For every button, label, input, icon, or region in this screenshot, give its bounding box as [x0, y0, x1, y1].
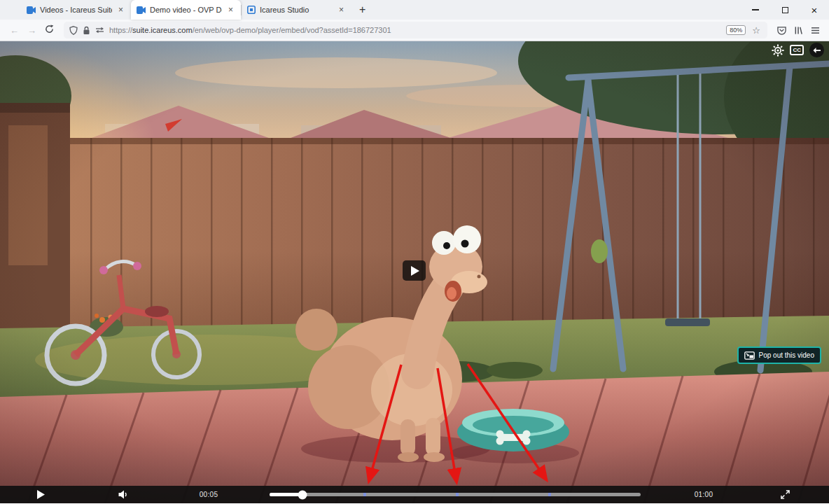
minimize-button[interactable] [741, 0, 770, 20]
url-path: /en/web/ovp-demo/player/embed/vod?assetI… [193, 26, 391, 34]
gear-icon [772, 44, 784, 57]
new-tab-button[interactable]: + [351, 0, 373, 20]
url-text: https://suite.icareus.com/en/web/ovp-dem… [109, 26, 721, 34]
studio-favicon-icon [247, 6, 256, 14]
current-time: 00:05 [195, 486, 223, 503]
video-favicon-icon [137, 6, 146, 14]
fullscreen-icon [781, 490, 790, 499]
popout-video-button[interactable]: Pop out this video [737, 346, 822, 364]
speaker-icon [118, 490, 129, 499]
player-back-button[interactable] [809, 43, 824, 57]
tab-bar: Videos - Icareus Suite × Demo video - OV… [0, 0, 829, 20]
play-icon [411, 266, 419, 276]
pocket-icon [777, 26, 786, 35]
video-favicon-icon [27, 6, 36, 14]
zoom-level-badge[interactable]: 80% [726, 25, 746, 35]
play-button[interactable] [35, 486, 46, 503]
big-play-button[interactable] [403, 260, 426, 281]
progress-handle[interactable] [298, 490, 307, 499]
window-controls: × [741, 0, 829, 20]
tab-title: Videos - Icareus Suite [40, 6, 112, 14]
shield-icon [69, 26, 78, 35]
video-player-viewport: CC Pop out this video 00:05 [0, 41, 829, 503]
player-control-bar: 00:05 01:00 [0, 486, 829, 503]
url-scheme: https:// [109, 26, 132, 34]
permissions-swap-icon [95, 27, 104, 34]
address-bar: ← → https://suite.icareus.com/en/web/ovp… [0, 20, 829, 41]
progress-marker-3 [548, 493, 551, 496]
progress-track[interactable] [270, 493, 641, 496]
pocket-button[interactable] [773, 26, 790, 35]
reload-button[interactable] [41, 24, 58, 36]
closed-captions-button[interactable]: CC [790, 45, 804, 55]
tab-close-icon[interactable]: × [337, 6, 346, 14]
menu-button[interactable] [807, 27, 823, 34]
back-button[interactable]: ← [6, 25, 23, 36]
tab-title: Icareus Studio [260, 6, 333, 14]
lock-icon [83, 26, 90, 35]
picture-in-picture-icon [744, 351, 755, 360]
url-field[interactable]: https://suite.icareus.com/en/web/ovp-dem… [64, 22, 767, 38]
minimize-icon [752, 9, 759, 10]
library-button[interactable] [790, 26, 807, 35]
popout-label: Pop out this video [759, 351, 815, 359]
maximize-button[interactable] [770, 0, 800, 20]
progress-bar[interactable] [270, 486, 641, 503]
tab-demo-video-ovp-demo[interactable]: Demo video - OVP Demo × [131, 0, 241, 20]
library-icon [794, 26, 803, 35]
reload-icon [45, 24, 54, 34]
duration-time: 01:00 [690, 486, 718, 503]
url-domain: suite.icareus.com [132, 26, 193, 34]
player-top-controls: CC [772, 43, 824, 57]
progress-marker-1 [363, 493, 366, 496]
fullscreen-button[interactable] [779, 486, 791, 503]
tab-title: Demo video - OVP Demo [150, 6, 222, 14]
window-close-button[interactable]: × [800, 0, 829, 20]
settings-button[interactable] [772, 44, 784, 57]
progress-marker-2 [456, 493, 459, 496]
forward-button[interactable]: → [23, 25, 41, 36]
tab-icareus-studio[interactable]: Icareus Studio × [242, 0, 351, 20]
play-icon [37, 490, 45, 499]
back-arrow-icon [813, 47, 821, 54]
tab-close-icon[interactable]: × [226, 6, 235, 14]
bookmark-star-icon[interactable]: ☆ [751, 25, 762, 36]
tab-videos-icareus-suite[interactable]: Videos - Icareus Suite × [21, 0, 131, 20]
hamburger-menu-icon [811, 27, 820, 34]
maximize-icon [782, 7, 788, 13]
tab-close-icon[interactable]: × [116, 6, 125, 14]
volume-button[interactable] [116, 486, 130, 503]
